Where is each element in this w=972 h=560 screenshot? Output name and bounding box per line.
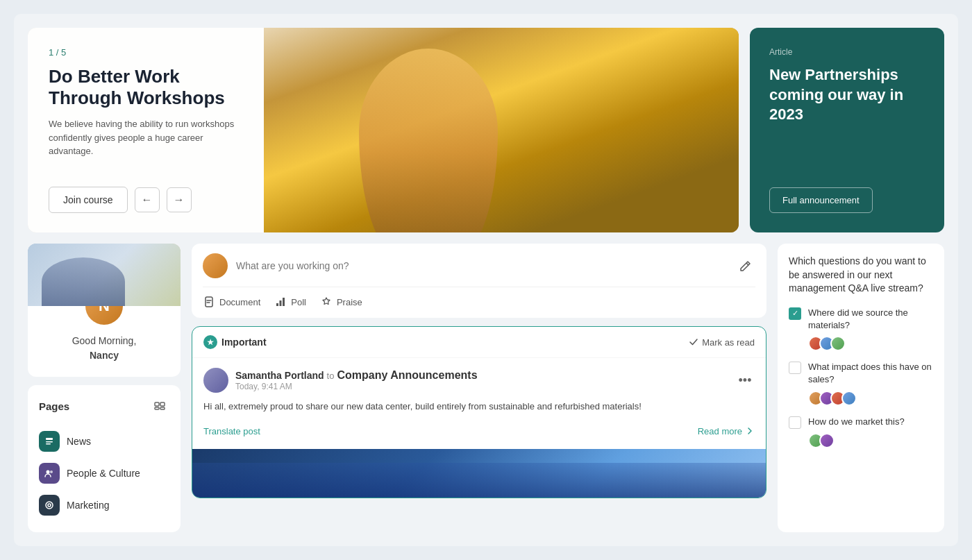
sidebar-item-marketing[interactable]: Marketing bbox=[39, 489, 169, 521]
profile-greeting: Good Morning, Nancy bbox=[28, 334, 181, 363]
greeting-line1: Good Morning, bbox=[28, 334, 181, 348]
left-panel: N Good Morning, Nancy Pages bbox=[28, 244, 181, 532]
svg-rect-3 bbox=[160, 407, 165, 409]
news-icon bbox=[39, 431, 60, 452]
composer-action-document[interactable]: Document bbox=[203, 296, 260, 308]
post-time: Today, 9:41 AM bbox=[235, 382, 728, 391]
full-announcement-button[interactable]: Full announcement bbox=[769, 187, 873, 213]
poll-option-2-text: What impact does this have on sales? bbox=[808, 361, 933, 386]
poll-option-3-row: How do we market this? bbox=[789, 416, 933, 429]
poll-icon bbox=[274, 296, 287, 308]
poll-checkbox-1[interactable]: ✓ bbox=[789, 307, 801, 320]
sidebar-item-news[interactable]: News bbox=[39, 425, 169, 457]
post-author-name: Samantha Portland bbox=[235, 370, 324, 381]
poll-option-1: ✓ Where did we source the materials? bbox=[789, 307, 933, 351]
svg-rect-5 bbox=[46, 441, 53, 443]
composer-action-poll[interactable]: Poll bbox=[274, 296, 306, 308]
svg-rect-14 bbox=[283, 298, 285, 306]
marketing-label: Marketing bbox=[67, 500, 109, 511]
join-course-button[interactable]: Join course bbox=[49, 187, 128, 213]
poll-option-1-text: Where did we source the materials? bbox=[808, 307, 933, 332]
document-icon bbox=[203, 296, 215, 308]
hero-image bbox=[264, 28, 739, 232]
svg-rect-12 bbox=[276, 303, 278, 306]
composer-action-praise[interactable]: Praise bbox=[320, 296, 362, 308]
bottom-section: N Good Morning, Nancy Pages bbox=[28, 244, 944, 532]
document-label: Document bbox=[219, 297, 260, 307]
feed-post-important: ★ Important Mark as read Samantha Portla… bbox=[192, 326, 766, 498]
poll-checkbox-3[interactable] bbox=[789, 416, 801, 429]
post-author-info: Samantha Portland to Company Announcemen… bbox=[235, 369, 728, 391]
top-section: 1 / 5 Do Better Work Through Workshops W… bbox=[28, 28, 944, 232]
poll-option-1-avatars bbox=[808, 336, 933, 351]
poll-question: Which questions do you want to be answer… bbox=[789, 255, 933, 296]
people-culture-icon bbox=[39, 463, 60, 484]
hero-counter: 1 / 5 bbox=[49, 47, 243, 58]
post-body: Samantha Portland to Company Announcemen… bbox=[192, 358, 766, 449]
read-more-label: Read more bbox=[698, 426, 742, 436]
sidebar-item-people-culture[interactable]: People & Culture bbox=[39, 457, 169, 489]
hero-prev-button[interactable]: ← bbox=[135, 187, 160, 212]
praise-icon bbox=[320, 296, 333, 308]
poll-label: Poll bbox=[291, 297, 306, 307]
important-label: Important bbox=[221, 337, 267, 348]
praise-label: Praise bbox=[337, 297, 362, 307]
poll-checkbox-2[interactable] bbox=[789, 362, 801, 374]
read-more-button[interactable]: Read more bbox=[698, 426, 755, 436]
poll-option-2-avatars bbox=[808, 391, 933, 406]
poll-option-3-text: How do we market this? bbox=[808, 416, 905, 428]
post-content: Hi all, extremely proud to share our new… bbox=[203, 400, 755, 414]
people-culture-label: People & Culture bbox=[67, 468, 140, 479]
composer-edit-icon[interactable] bbox=[736, 256, 755, 275]
post-more-button[interactable]: ••• bbox=[735, 371, 755, 390]
svg-rect-6 bbox=[46, 443, 51, 445]
post-footer: Translate post Read more bbox=[203, 421, 755, 439]
profile-card: N Good Morning, Nancy bbox=[28, 244, 181, 377]
article-title: New Partnerships coming our way in 2023 bbox=[769, 65, 925, 125]
poll-panel: Which questions do you want to be answer… bbox=[778, 244, 944, 532]
post-header: ★ Important Mark as read bbox=[192, 327, 766, 358]
post-important-badge: ★ Important bbox=[203, 335, 267, 349]
post-author-row: Samantha Portland to Company Announcemen… bbox=[203, 368, 755, 393]
poll-option-3-avatars bbox=[808, 433, 933, 448]
hero-card: 1 / 5 Do Better Work Through Workshops W… bbox=[28, 28, 739, 232]
svg-point-8 bbox=[50, 470, 53, 473]
poll-option-2: What impact does this have on sales? bbox=[789, 361, 933, 405]
post-author-avatar bbox=[203, 368, 228, 393]
poll-voter-avatar bbox=[830, 336, 846, 351]
main-screen: 1 / 5 Do Better Work Through Workshops W… bbox=[14, 14, 958, 546]
post-author-name-row: Samantha Portland to Company Announcemen… bbox=[235, 369, 728, 382]
svg-rect-2 bbox=[155, 407, 159, 409]
svg-rect-4 bbox=[46, 438, 53, 440]
mark-as-read-button[interactable]: Mark as read bbox=[689, 337, 755, 348]
svg-rect-0 bbox=[155, 402, 159, 406]
post-composer: Document Poll Praise bbox=[192, 244, 766, 318]
feed-panel: Document Poll Praise bbox=[192, 244, 766, 532]
poll-option-1-row: ✓ Where did we source the materials? bbox=[789, 307, 933, 332]
marketing-icon bbox=[39, 495, 60, 516]
svg-point-10 bbox=[48, 504, 51, 507]
hero-description: We believe having the ability to run wor… bbox=[49, 117, 243, 171]
greeting-line2: Nancy bbox=[28, 348, 181, 363]
hero-actions: Join course ← → bbox=[49, 187, 243, 213]
pages-header: Pages bbox=[39, 396, 169, 416]
poll-option-2-row: What impact does this have on sales? bbox=[789, 361, 933, 386]
translate-link[interactable]: Translate post bbox=[203, 426, 260, 436]
hero-image-overlay bbox=[264, 28, 739, 232]
svg-point-9 bbox=[46, 502, 53, 509]
article-card: Article New Partnerships coming our way … bbox=[750, 28, 944, 232]
article-label: Article bbox=[769, 47, 925, 57]
pages-expand-button[interactable] bbox=[150, 396, 169, 416]
pages-card: Pages News bbox=[28, 385, 181, 532]
important-star-icon: ★ bbox=[203, 335, 217, 349]
hero-title: Do Better Work Through Workshops bbox=[49, 66, 243, 109]
composer-avatar bbox=[203, 253, 228, 278]
hero-text-panel: 1 / 5 Do Better Work Through Workshops W… bbox=[28, 28, 264, 232]
poll-option-3: How do we market this? bbox=[789, 416, 933, 448]
profile-background bbox=[28, 244, 181, 306]
hero-next-button[interactable]: → bbox=[167, 187, 192, 212]
profile-bg-inner bbox=[28, 244, 181, 306]
poll-voter-avatar bbox=[841, 391, 857, 406]
composer-input[interactable] bbox=[236, 260, 728, 271]
pages-title: Pages bbox=[39, 400, 69, 412]
